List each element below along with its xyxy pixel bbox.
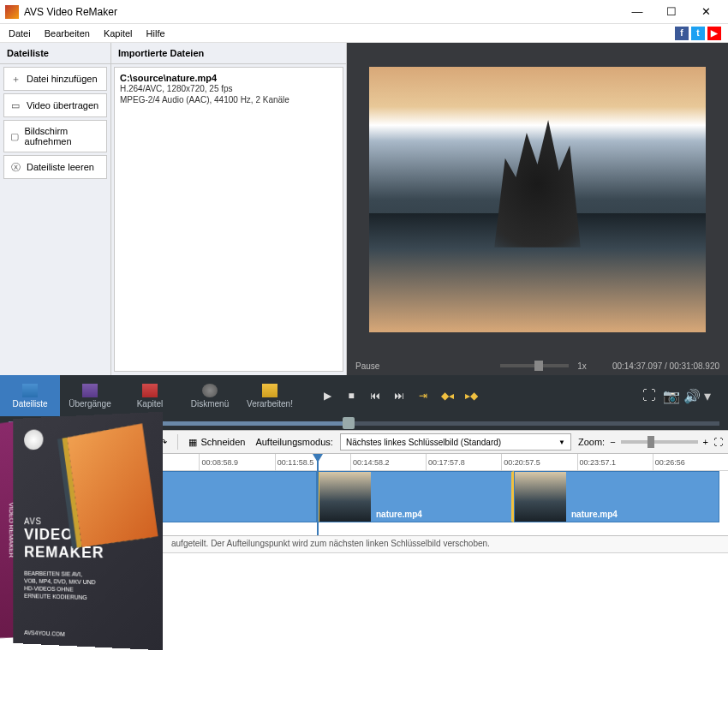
next-keyframe-button[interactable]: ▸◆	[461, 385, 481, 406]
menu-hilfe[interactable]: Hilfe	[140, 28, 172, 39]
youtube-icon[interactable]: ▶	[707, 27, 721, 40]
file-video-meta: H.264/AVC, 1280x720, 25 fps	[120, 83, 337, 94]
titlebar: AVS Video ReMaker — ☐ ✕	[0, 0, 728, 24]
tab-verarbeiten[interactable]: Verarbeiten!	[240, 375, 300, 416]
seek-thumb[interactable]	[343, 417, 355, 429]
avs4you-logo	[24, 429, 43, 450]
process-icon	[262, 384, 277, 397]
twitter-icon[interactable]: t	[691, 27, 705, 40]
record-screen-label: Bildschirm aufnehmen	[25, 126, 101, 146]
clear-list-label: Dateiliste leeren	[27, 162, 94, 172]
clip-3[interactable]: nature.mp4	[514, 471, 719, 522]
cut-button[interactable]: ▦Schneiden	[185, 435, 248, 450]
box-description: BEARBEITEN SIE AVI, VOB, MP4, DVD, MKV U…	[24, 570, 98, 602]
maximize-button[interactable]: ☐	[654, 0, 689, 24]
add-file-button[interactable]: ＋Datei hinzufügen	[3, 67, 107, 91]
split-mode-select[interactable]: Nächstes linkes Schlüsselbild (Standard)…	[340, 433, 571, 451]
menu-bearbeiten[interactable]: Bearbeiten	[38, 28, 97, 39]
zoom-in-button[interactable]: +	[703, 437, 708, 447]
box-title-2: REMAKER	[24, 544, 151, 563]
playhead[interactable]	[317, 454, 319, 535]
sidebar: Dateiliste ＋Datei hinzufügen ▭Video über…	[0, 43, 111, 375]
file-panel: Importierte Dateien C:\source\nature.mp4…	[111, 43, 347, 375]
transfer-video-button[interactable]: ▭Video übertragen	[3, 93, 107, 117]
zoom-fit-button[interactable]: ⛶	[713, 437, 723, 447]
speed-slider[interactable]	[500, 364, 569, 367]
menubar: Datei Bearbeiten Kapitel Hilfe f t ▶	[0, 24, 728, 43]
plus-icon: ＋	[9, 73, 21, 85]
box-front: AVS VIDEO REMAKER BEARBEITEN SIE AVI, VO…	[13, 412, 163, 651]
tab-uebergaenge[interactable]: Übergänge	[60, 375, 120, 416]
clear-list-button[interactable]: ⓧDateiliste leeren	[3, 155, 107, 179]
camera-icon: ▭	[9, 99, 21, 111]
cut-icon: ▦	[188, 437, 197, 448]
zoom-out-button[interactable]: −	[610, 437, 615, 447]
next-frame-button[interactable]: ⏭	[389, 385, 409, 406]
preview-status: Pause 1x 00:14:37.097 / 00:31:08.920	[347, 356, 728, 375]
playback-position: 00:14:37.097	[612, 361, 662, 371]
box-website: AVS4YOU.COM	[24, 630, 65, 637]
file-audio-meta: MPEG-2/4 Audio (AAC), 44100 Hz, 2 Kanäle	[120, 94, 337, 105]
zoom-label: Zoom:	[578, 437, 605, 447]
split-mode-label: Aufteilungsmodus:	[255, 437, 333, 447]
screen-icon: ▢	[9, 130, 20, 142]
menu-kapitel[interactable]: Kapitel	[97, 28, 140, 39]
tab-diskmenu[interactable]: Diskmenü	[180, 375, 240, 416]
preview-panel: Pause 1x 00:14:37.097 / 00:31:08.920	[347, 43, 728, 375]
file-path: C:\source\nature.mp4	[120, 73, 337, 83]
box-art-image	[67, 423, 158, 546]
record-screen-button[interactable]: ▢Bildschirm aufnehmen	[3, 120, 107, 152]
app-title: AVS Video ReMaker	[24, 6, 620, 18]
menu-datei[interactable]: Datei	[2, 28, 38, 39]
stop-button[interactable]: ■	[341, 385, 361, 406]
fullscreen-button[interactable]: ⛶	[642, 388, 658, 403]
volume-button[interactable]: 🔊	[683, 388, 699, 403]
clear-icon: ⓧ	[9, 161, 21, 173]
transfer-video-label: Video übertragen	[27, 100, 98, 110]
chevron-down-icon: ▼	[558, 439, 565, 446]
keyframe-nav-icon[interactable]: ⇥	[413, 385, 433, 406]
playback-duration: 00:31:08.920	[670, 361, 719, 371]
tab-kapitel[interactable]: Kapitel	[120, 375, 180, 416]
clip-2-selected[interactable]: nature.mp4	[317, 471, 514, 522]
close-button[interactable]: ✕	[689, 0, 723, 24]
chapters-icon	[142, 384, 158, 397]
product-box-art: VIDEO REMAKER AVS VIDEO REMAKER BEARBEIT…	[13, 412, 163, 651]
zoom-slider[interactable]	[621, 440, 698, 444]
disc-icon	[202, 384, 218, 397]
filelist-icon	[22, 384, 38, 397]
tab-dateiliste[interactable]: Dateiliste	[0, 375, 60, 416]
file-panel-header: Importierte Dateien	[111, 43, 346, 64]
snapshot-button[interactable]: 📷	[663, 388, 678, 403]
transitions-icon	[82, 384, 98, 397]
file-list[interactable]: C:\source\nature.mp4 H.264/AVC, 1280x720…	[114, 67, 343, 372]
minimize-button[interactable]: —	[620, 0, 654, 24]
volume-dropdown-icon[interactable]: ▾	[704, 388, 719, 403]
prev-frame-button[interactable]: ⏮	[365, 385, 385, 406]
video-image	[369, 67, 706, 332]
sidebar-header: Dateiliste	[0, 43, 110, 64]
prev-keyframe-button[interactable]: ◆◂	[437, 385, 457, 406]
playback-state: Pause	[355, 361, 379, 371]
add-file-label: Datei hinzufügen	[27, 74, 98, 84]
app-icon	[5, 5, 19, 19]
play-button[interactable]: ▶	[317, 385, 337, 406]
facebook-icon[interactable]: f	[675, 27, 689, 40]
playback-speed: 1x	[577, 361, 587, 371]
video-frame[interactable]	[347, 43, 728, 356]
main-toolbar: Dateiliste Übergänge Kapitel Diskmenü Ve…	[0, 375, 728, 416]
